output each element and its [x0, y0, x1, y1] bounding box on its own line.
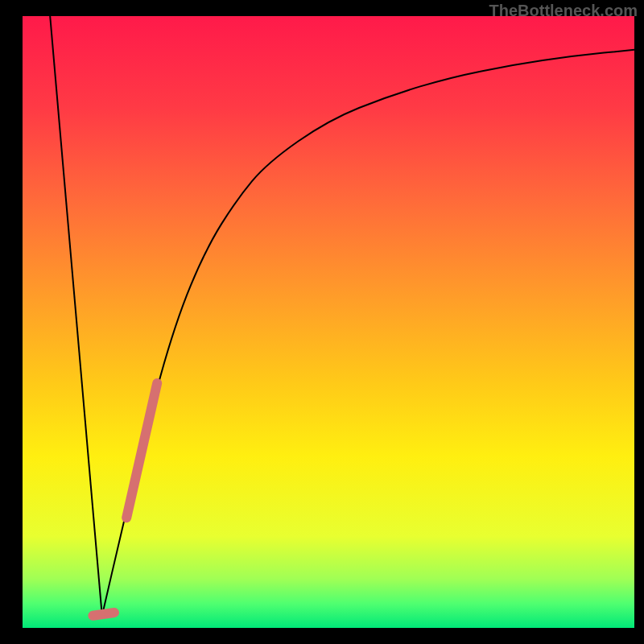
highlight-segment: [126, 383, 157, 518]
chart-area: [23, 16, 634, 628]
highlight-bottom: [93, 613, 114, 616]
highlight-layer: [23, 16, 634, 628]
watermark-text: TheBottleneck.com: [489, 2, 638, 20]
